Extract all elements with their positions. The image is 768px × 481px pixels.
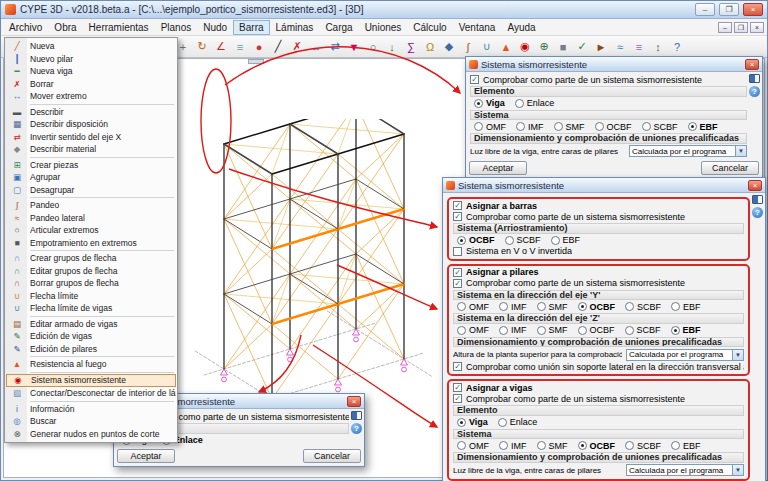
radio-scbf[interactable]: SCBF xyxy=(625,302,661,312)
menu-item-edición-de-pilares[interactable]: ✎Edición de pilares xyxy=(6,343,176,356)
help-icon[interactable]: ? xyxy=(351,423,362,434)
menu-item-describir-disposición[interactable]: ▦Describir disposición xyxy=(6,118,176,131)
radio-omf[interactable]: OMF xyxy=(474,122,506,132)
radio-ebf[interactable]: EBF xyxy=(551,235,581,245)
radio-omf[interactable]: OMF xyxy=(457,441,489,451)
radio-imf[interactable]: IMF xyxy=(499,302,527,312)
menu-item-describir[interactable]: ▬Describir xyxy=(6,106,176,119)
menu-item-pandeo[interactable]: ∫Pandeo xyxy=(6,199,176,212)
radio-ebf[interactable]: EBF xyxy=(671,302,701,312)
results-icon[interactable]: ► xyxy=(592,38,610,56)
menu-item-resistencia-al-fuego[interactable]: ▲Resistencia al fuego xyxy=(6,358,176,371)
menu-item-nuevo-pilar[interactable]: ┃Nuevo pilar xyxy=(6,53,176,66)
menu-item-pandeo-lateral[interactable]: ≈Pandeo lateral xyxy=(6,212,176,225)
mdi-restore-button[interactable]: ❐ xyxy=(734,22,748,33)
layers-icon[interactable]: ≡ xyxy=(630,38,648,56)
calculate-icon[interactable]: ✓ xyxy=(573,38,591,56)
dialog-title-bar[interactable]: Sistema sismorresistente × xyxy=(466,57,762,72)
menu-item-sistema-sismorresistente[interactable]: ◉Sistema sismorresistente xyxy=(6,374,176,388)
menu-item-edición-de-vigas[interactable]: ✎Edición de vigas xyxy=(6,330,176,343)
aceptar-button[interactable]: Aceptar xyxy=(469,161,527,175)
radio-enlace[interactable]: Enlace xyxy=(515,98,555,108)
checkbox-comprobar-como-parte-de-un-siste[interactable]: ✓ xyxy=(453,279,462,288)
radio-scbf[interactable]: SCBF xyxy=(505,235,541,245)
radio-viga[interactable]: Viga xyxy=(474,98,505,108)
radio-ebf[interactable]: EBF xyxy=(671,441,701,451)
radio-scbf[interactable]: SCBF xyxy=(625,441,661,451)
menu-item-crear-grupos-de-flecha[interactable]: ∩Crear grupos de flecha xyxy=(6,252,176,265)
menubar-item-carga[interactable]: Carga xyxy=(319,20,358,35)
menubar-item-cálculo[interactable]: Cálculo xyxy=(407,20,452,35)
menu-item-articular-extremos[interactable]: ○Articular extremos xyxy=(6,224,176,237)
move-element-icon[interactable]: ↔ xyxy=(307,38,325,56)
menu-item-empotramiento-en-extremos[interactable]: ■Empotramiento en extremos xyxy=(6,237,176,250)
radio-smf[interactable]: SMF xyxy=(537,441,568,451)
radio-imf[interactable]: IMF xyxy=(499,325,527,335)
radio-ebf[interactable]: EBF xyxy=(688,122,718,132)
pane-splitter-handle[interactable] xyxy=(248,59,264,64)
menubar-item-ventana[interactable]: Ventana xyxy=(453,20,502,35)
menu-item-editar-grupos-de-flecha[interactable]: ∩Editar grupos de flecha xyxy=(6,265,176,278)
menu-item-desagrupar[interactable]: ▢Desagrupar xyxy=(6,184,176,197)
fire-resistance-icon[interactable]: ▲ xyxy=(497,38,515,56)
mdi-close-button[interactable]: × xyxy=(750,22,764,33)
menubar-item-ayuda[interactable]: Ayuda xyxy=(501,20,541,35)
menu-item-flecha-límite[interactable]: ∪Flecha límite xyxy=(6,290,176,303)
menu-item-mover-extremo[interactable]: ↔Mover extremo xyxy=(6,90,176,103)
load-cases-icon[interactable]: ∑ xyxy=(402,38,420,56)
menubar-item-archivo[interactable]: Archivo xyxy=(3,20,48,35)
menu-item-describir-material[interactable]: ◆Describir material xyxy=(6,143,176,156)
point-load-icon[interactable]: ↓ xyxy=(383,38,401,56)
manual-icon[interactable] xyxy=(351,411,362,420)
menu-item-crear-piezas[interactable]: ⊞Crear piezas xyxy=(6,159,176,172)
menu-item-conectar-desconectar-de-interior-de-láminas[interactable]: ▧Conectar/Desconectar de interior de lám… xyxy=(6,387,176,400)
help-icon[interactable]: ? xyxy=(668,38,686,56)
menu-item-generar-nudos-en-puntos-de-corte[interactable]: ⊗Generar nudos en puntos de corte xyxy=(6,428,176,441)
cancelar-button[interactable]: Cancelar xyxy=(303,449,361,463)
menu-item-buscar[interactable]: ◎Buscar xyxy=(6,415,176,428)
chevron-down-icon[interactable]: ▼ xyxy=(732,465,743,475)
material-icon[interactable]: Ω xyxy=(421,38,439,56)
close-icon[interactable]: × xyxy=(748,180,762,191)
section-profile-icon[interactable]: ◆ xyxy=(440,38,458,56)
menu-item-nueva[interactable]: ╱Nueva xyxy=(6,40,176,53)
close-icon[interactable]: × xyxy=(347,396,361,407)
connections-icon[interactable]: ⊕ xyxy=(535,38,553,56)
dropdown-luz-libre-de-la-viga-ent[interactable]: Calculada por el programa▼ xyxy=(626,464,744,476)
checkbox-comprobar-como-parte-de-un-siste[interactable]: ✓ xyxy=(453,394,462,403)
delete-element-icon[interactable]: ✗ xyxy=(288,38,306,56)
cancelar-button[interactable]: Cancelar xyxy=(701,161,759,175)
menubar-item-láminas[interactable]: Láminas xyxy=(270,20,320,35)
chevron-down-icon[interactable]: ▼ xyxy=(735,146,746,156)
menu-item-borrar-grupos-de-flecha[interactable]: ∩Borrar grupos de flecha xyxy=(6,277,176,290)
hinge-icon[interactable]: ○ xyxy=(364,38,382,56)
checkbox-sistema-en-v-o-v-invertida[interactable] xyxy=(453,247,462,256)
radio-ocbf[interactable]: OCBF xyxy=(595,122,632,132)
mdi-minimize-button[interactable]: – xyxy=(718,22,732,33)
radio-ocbf[interactable]: OCBF xyxy=(578,302,616,312)
menubar-item-obra[interactable]: Obra xyxy=(48,20,82,35)
aceptar-button[interactable]: Aceptar xyxy=(117,449,175,463)
supports-icon[interactable]: ▼ xyxy=(345,38,363,56)
radio-ocbf[interactable]: OCBF xyxy=(578,325,615,335)
help-icon[interactable]: ? xyxy=(749,86,760,97)
radio-omf[interactable]: OMF xyxy=(457,302,489,312)
radio-ocbf[interactable]: OCBF xyxy=(457,235,495,245)
radio-viga[interactable]: Viga xyxy=(457,417,488,427)
manual-icon[interactable] xyxy=(749,74,760,83)
radio-imf[interactable]: IMF xyxy=(499,441,527,451)
radio-imf[interactable]: IMF xyxy=(516,122,544,132)
radio-smf[interactable]: SMF xyxy=(554,122,585,132)
checkbox-comprobar-como-parte-de-un-siste[interactable]: ✓ xyxy=(453,212,462,221)
radio-ocbf[interactable]: OCBF xyxy=(578,441,616,451)
plates-icon[interactable]: ■ xyxy=(554,38,572,56)
measure-icon[interactable]: ↕ xyxy=(649,38,667,56)
radio-scbf[interactable]: SCBF xyxy=(625,325,661,335)
close-icon[interactable]: × xyxy=(745,59,759,70)
menu-item-agrupar[interactable]: ▣Agrupar xyxy=(6,171,176,184)
help-icon[interactable]: ? xyxy=(752,207,763,218)
coordinate-axes-icon[interactable]: ∠ xyxy=(212,38,230,56)
radio-smf[interactable]: SMF xyxy=(537,302,568,312)
grid-icon[interactable]: ≡ xyxy=(231,38,249,56)
new-node-icon[interactable]: ● xyxy=(250,38,268,56)
